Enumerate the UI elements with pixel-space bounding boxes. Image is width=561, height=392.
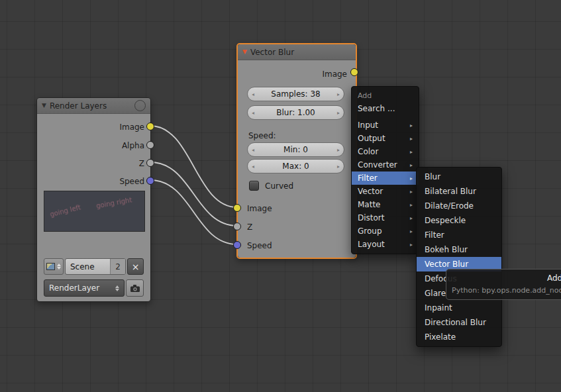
vector-blur-node[interactable]: ▼ Vector Blur Image ◂ Samples: 38 ▸ ◂ Bl… xyxy=(236,43,357,259)
scene-icon xyxy=(46,263,55,270)
socket-z-output[interactable] xyxy=(146,159,154,167)
menu-item-inpaint[interactable]: Inpaint xyxy=(417,301,501,315)
input-label-image: Image xyxy=(247,203,272,214)
camera-icon xyxy=(130,284,140,293)
blur-stepper[interactable]: ◂ Blur: 1.00 ▸ xyxy=(247,105,344,120)
browse-scene-button[interactable] xyxy=(44,258,64,275)
max-stepper[interactable]: ◂ Max: 0 ▸ xyxy=(247,159,344,173)
tooltip-python-hint: Python: bpy.ops.node.add_node(t xyxy=(452,286,561,295)
add-menu-title: Add xyxy=(352,88,419,102)
render-layers-node[interactable]: ▼ Render Layers Image Alpha Z Speed goin… xyxy=(36,97,151,302)
menu-item-pixelate[interactable]: Pixelate xyxy=(417,330,501,344)
render-layer-dropdown[interactable]: RenderLayer xyxy=(44,279,125,297)
socket-z-input[interactable] xyxy=(233,222,241,230)
menu-item-group[interactable]: Group ▸ xyxy=(352,224,419,238)
menu-item-dilate-erode[interactable]: Dilate/Erode xyxy=(417,199,501,213)
collapse-icon[interactable]: ▼ xyxy=(242,49,247,55)
scene-row: Scene 2 × xyxy=(44,258,144,275)
users-count-badge[interactable]: 2 xyxy=(110,259,125,274)
render-layer-row: RenderLayer xyxy=(44,279,144,297)
submenu-arrow-icon: ▸ xyxy=(410,242,413,248)
increment-icon[interactable]: ▸ xyxy=(337,91,340,97)
submenu-arrow-icon: ▸ xyxy=(410,175,413,181)
menu-item-label: Inpaint xyxy=(425,303,452,313)
menu-item-label: Vector xyxy=(358,187,383,196)
scene-name-field[interactable]: Scene 2 xyxy=(65,258,126,275)
submenu-arrow-icon: ▸ xyxy=(410,215,413,221)
menu-item-label: Glare xyxy=(425,289,446,298)
menu-item-search[interactable]: Search ... xyxy=(352,102,419,115)
render-layer-value: RenderLayer xyxy=(49,283,99,293)
node-title: Vector Blur xyxy=(250,48,294,57)
output-label-image: Image xyxy=(119,122,144,132)
menu-item-label: Filter xyxy=(425,230,444,240)
menu-item-directional-blur[interactable]: Directional Blur xyxy=(417,315,501,330)
input-label-z: Z xyxy=(247,222,252,232)
menu-item-label: Matte xyxy=(358,200,381,209)
menu-item-blur[interactable]: Blur xyxy=(417,170,501,184)
socket-speed-output[interactable] xyxy=(146,177,154,185)
samples-value: Samples: 38 xyxy=(271,89,320,99)
socket-speed-input[interactable] xyxy=(233,241,241,249)
material-sphere-icon[interactable] xyxy=(134,100,146,111)
menu-item-despeckle[interactable]: Despeckle xyxy=(417,213,501,228)
menu-item-label: Dilate/Erode xyxy=(425,201,474,211)
menu-item-vector[interactable]: Vector ▸ xyxy=(352,185,419,198)
increment-icon[interactable]: ▸ xyxy=(337,110,340,116)
submenu-arrow-icon: ▸ xyxy=(410,202,413,208)
render-preview-image: going left going right xyxy=(44,191,145,232)
submenu-arrow-icon: ▸ xyxy=(410,189,413,195)
menu-item-input[interactable]: Input ▸ xyxy=(352,119,419,132)
output-label-alpha: Alpha xyxy=(122,140,144,151)
menu-item-matte[interactable]: Matte ▸ xyxy=(352,198,419,211)
menu-item-label: Converter xyxy=(358,160,397,170)
menu-item-distort[interactable]: Distort ▸ xyxy=(352,211,419,224)
noodle-speed xyxy=(150,180,237,244)
menu-item-filter[interactable]: Filter xyxy=(417,228,501,242)
increment-icon[interactable]: ▸ xyxy=(337,147,340,153)
min-stepper[interactable]: ◂ Min: 0 ▸ xyxy=(247,142,344,157)
dropdown-arrows-icon xyxy=(115,285,119,291)
increment-icon[interactable]: ▸ xyxy=(337,164,340,170)
unlink-scene-button[interactable]: × xyxy=(127,258,144,275)
preview-text-right: going right xyxy=(95,196,132,209)
menu-item-converter[interactable]: Converter ▸ xyxy=(352,158,419,172)
decrement-icon[interactable]: ◂ xyxy=(252,147,254,153)
socket-alpha-output[interactable] xyxy=(146,141,154,149)
menu-item-color[interactable]: Color ▸ xyxy=(352,145,419,158)
samples-stepper[interactable]: ◂ Samples: 38 ▸ xyxy=(247,87,344,101)
decrement-icon[interactable]: ◂ xyxy=(252,164,254,170)
menu-item-filter[interactable]: Filter ▸ xyxy=(352,172,419,185)
menu-item-bilateral-blur[interactable]: Bilateral Blur xyxy=(417,184,501,199)
menu-item-label: Directional Blur xyxy=(425,318,486,327)
vector-blur-header[interactable]: ▼ Vector Blur xyxy=(238,44,356,60)
render-single-layer-button[interactable] xyxy=(126,279,144,297)
add-menu: Add Search ... Input ▸ Output ▸ Color ▸ … xyxy=(351,86,419,254)
output-label-z: Z xyxy=(139,158,144,169)
collapse-icon[interactable]: ▼ xyxy=(42,103,46,109)
min-value: Min: 0 xyxy=(283,145,308,154)
decrement-icon[interactable]: ◂ xyxy=(252,91,254,97)
menu-item-label: Pixelate xyxy=(425,332,456,342)
menu-item-label: Distort xyxy=(358,213,385,222)
menu-item-layout[interactable]: Layout ▸ xyxy=(352,238,419,251)
socket-image-output[interactable] xyxy=(146,122,154,130)
tooltip-label: Add xyxy=(547,273,561,283)
curved-checkbox[interactable] xyxy=(249,181,259,191)
node-editor-canvas[interactable]: ▼ Render Layers Image Alpha Z Speed goin… xyxy=(0,0,561,392)
render-layers-header[interactable]: ▼ Render Layers xyxy=(37,98,150,114)
input-label-speed: Speed xyxy=(247,240,272,251)
menu-item-bokeh-blur[interactable]: Bokeh Blur xyxy=(417,242,501,257)
menu-item-label: Bilateral Blur xyxy=(425,187,476,196)
preview-text-left: going left xyxy=(49,203,81,218)
submenu-arrow-icon: ▸ xyxy=(410,162,413,168)
node-title: Render Layers xyxy=(50,101,107,111)
socket-image-output[interactable] xyxy=(350,68,358,76)
menu-item-output[interactable]: Output ▸ xyxy=(352,132,419,145)
tooltip: Add Python: bpy.ops.node.add_node(t xyxy=(446,269,561,300)
decrement-icon[interactable]: ◂ xyxy=(252,110,254,116)
socket-image-input[interactable] xyxy=(233,204,241,212)
render-layers-body: Image Alpha Z Speed going left going rig… xyxy=(37,114,150,301)
speed-section-label: Speed: xyxy=(248,130,276,141)
vector-blur-body: Image ◂ Samples: 38 ▸ ◂ Blur: 1.00 ▸ Spe… xyxy=(238,60,356,258)
